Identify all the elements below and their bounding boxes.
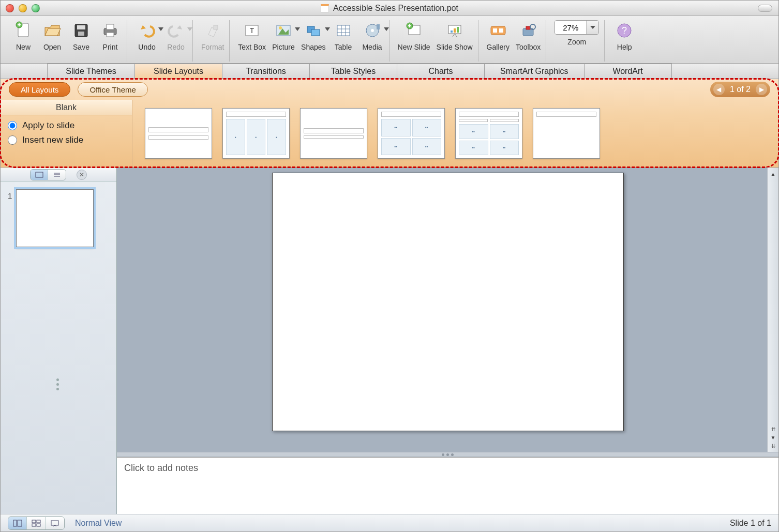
svg-rect-4 xyxy=(78,32,84,36)
radio-apply-to-slide[interactable]: Apply to slide xyxy=(8,120,125,131)
zoom-input[interactable] xyxy=(555,21,586,34)
gallery-filter-row: All Layouts Office Theme ◀ 1 of 2 ▶ xyxy=(1,79,778,100)
table-button[interactable]: Table xyxy=(332,20,355,62)
status-bar: Normal View Slide 1 of 1 xyxy=(1,514,778,531)
svg-rect-24 xyxy=(454,28,456,33)
format-button[interactable]: Format xyxy=(201,20,224,62)
scroll-down-icon[interactable]: ▼ xyxy=(769,433,777,442)
pane-resize-handle[interactable] xyxy=(56,378,61,390)
minimize-window-button[interactable] xyxy=(19,4,27,12)
slide-thumbnail-1[interactable]: 1 xyxy=(8,189,109,247)
dropdown-icon xyxy=(295,27,300,31)
app-window: Accessible Sales Presentation.pot New Op… xyxy=(0,0,779,532)
filter-all-layouts[interactable]: All Layouts xyxy=(9,82,70,97)
new-button[interactable]: New xyxy=(12,20,35,62)
radio-insert-input[interactable] xyxy=(8,135,17,145)
svg-rect-23 xyxy=(451,31,453,33)
tab-table-styles[interactable]: Table Styles xyxy=(309,64,397,79)
scroll-up-icon[interactable]: ▲ xyxy=(769,170,777,178)
svg-rect-39 xyxy=(32,524,36,526)
notes-splitter[interactable] xyxy=(117,452,778,457)
zoom-control[interactable] xyxy=(555,20,599,35)
radio-apply-input[interactable] xyxy=(8,121,17,130)
scroll-double-down-icon[interactable]: ⇊ xyxy=(769,442,777,450)
toolbox-button[interactable]: Toolbox xyxy=(516,20,541,62)
svg-rect-19 xyxy=(377,24,380,29)
tab-charts[interactable]: Charts xyxy=(397,64,485,79)
zoom-dropdown[interactable] xyxy=(586,21,598,34)
picture-button[interactable]: Picture xyxy=(272,20,295,62)
svg-point-13 xyxy=(279,26,282,29)
pager-next-button[interactable]: ▶ xyxy=(756,84,767,95)
scroll-double-up-icon[interactable]: ⇈ xyxy=(769,425,777,433)
redo-button[interactable]: Redo xyxy=(164,20,187,62)
tab-slide-layouts[interactable]: Slide Layouts xyxy=(134,64,222,79)
vertical-scrollbar[interactable]: ▲ ⇈ ▼ ⇊ xyxy=(767,168,778,452)
layout-thumb-title-content[interactable]: ▪▪▪ xyxy=(222,108,290,159)
slide-list: 1 xyxy=(1,182,116,254)
svg-rect-36 xyxy=(18,520,22,526)
help-button[interactable]: ?Help xyxy=(613,20,636,62)
close-window-button[interactable] xyxy=(6,4,14,12)
tab-smartart[interactable]: SmartArt Graphics xyxy=(484,64,585,79)
status-view-label: Normal View xyxy=(75,519,122,528)
svg-rect-15 xyxy=(311,29,320,36)
window-title-text: Accessible Sales Presentation.pot xyxy=(333,4,458,13)
save-button[interactable]: Save xyxy=(70,20,93,62)
media-button[interactable]: Media xyxy=(361,20,384,62)
dropdown-icon xyxy=(384,27,389,31)
svg-point-18 xyxy=(371,29,374,32)
open-button[interactable]: Open xyxy=(41,20,64,62)
filter-office-theme[interactable]: Office Theme xyxy=(78,82,148,97)
tab-transitions[interactable]: Transitions xyxy=(222,64,310,79)
svg-rect-7 xyxy=(107,33,114,37)
new-slide-button[interactable]: New Slide xyxy=(398,20,430,62)
view-mode-segment xyxy=(8,516,65,530)
zoom-window-button[interactable] xyxy=(32,4,40,12)
svg-rect-28 xyxy=(499,28,503,33)
navigator-close-button[interactable]: ✕ xyxy=(77,170,87,180)
notes-placeholder: Click to add notes xyxy=(124,463,198,473)
window-controls xyxy=(6,4,40,12)
gallery-side-header: Blank xyxy=(1,100,132,115)
svg-rect-8 xyxy=(214,25,218,29)
svg-rect-37 xyxy=(32,520,36,523)
svg-text:T: T xyxy=(250,26,254,35)
gallery-button[interactable]: Gallery xyxy=(487,20,510,62)
shapes-button[interactable]: Shapes xyxy=(301,20,325,62)
tab-wordart[interactable]: WordArt xyxy=(584,64,672,79)
svg-rect-40 xyxy=(37,524,40,526)
view-slideshow-button[interactable] xyxy=(46,517,64,529)
gallery-side-panel: Blank Apply to slide Insert new slide xyxy=(1,100,132,167)
tab-slide-themes[interactable]: Slide Themes xyxy=(47,64,135,79)
slideshow-button[interactable]: Slide Show xyxy=(437,20,473,62)
svg-rect-41 xyxy=(51,521,58,525)
navigator-outline-view[interactable] xyxy=(48,170,66,180)
titlebar: Accessible Sales Presentation.pot xyxy=(1,1,778,16)
layout-thumb-title-slide[interactable] xyxy=(145,108,212,159)
view-normal-button[interactable] xyxy=(8,517,27,529)
pager-prev-button[interactable]: ◀ xyxy=(713,84,725,95)
radio-insert-new-slide[interactable]: Insert new slide xyxy=(8,135,125,145)
notes-pane[interactable]: Click to add notes xyxy=(117,457,778,514)
dropdown-icon xyxy=(325,27,330,31)
layout-thumb-section-header[interactable] xyxy=(300,108,367,159)
dropdown-icon xyxy=(187,27,192,31)
gallery-pager: ◀ 1 of 2 ▶ xyxy=(710,82,770,97)
view-sorter-button[interactable] xyxy=(27,517,46,529)
pager-text: 1 of 2 xyxy=(730,85,751,94)
layout-thumb-comparison[interactable]: ▪▪▪▪▪▪▪▪ xyxy=(455,108,522,159)
slide-number: 1 xyxy=(8,191,12,200)
print-button[interactable]: Print xyxy=(99,20,122,62)
undo-button[interactable]: Undo xyxy=(136,20,158,62)
layout-thumb-title-only[interactable] xyxy=(533,108,600,159)
svg-rect-38 xyxy=(37,520,40,523)
toolbar-toggle-pill[interactable] xyxy=(758,5,772,12)
navigator-slides-view[interactable] xyxy=(31,170,48,180)
slide-canvas[interactable] xyxy=(272,173,624,431)
document-icon xyxy=(321,4,329,12)
editor-area: ▲ ⇈ ▼ ⇊ Click to add notes xyxy=(117,168,778,514)
layout-thumb-two-content[interactable]: ▪▪▪▪▪▪▪▪ xyxy=(378,108,445,159)
textbox-button[interactable]: TText Box xyxy=(238,20,266,62)
navigator-header: ✕ xyxy=(1,168,116,182)
